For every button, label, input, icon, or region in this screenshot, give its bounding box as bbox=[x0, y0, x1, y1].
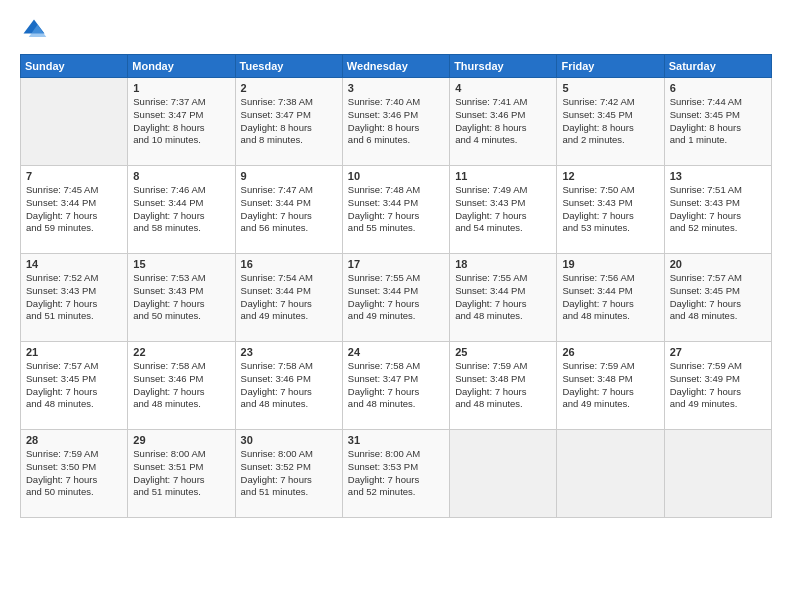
day-info: Sunrise: 7:58 AM Sunset: 3:46 PM Dayligh… bbox=[133, 360, 229, 411]
calendar-cell: 1Sunrise: 7:37 AM Sunset: 3:47 PM Daylig… bbox=[128, 78, 235, 166]
day-number: 30 bbox=[241, 434, 337, 446]
calendar-cell: 19Sunrise: 7:56 AM Sunset: 3:44 PM Dayli… bbox=[557, 254, 664, 342]
calendar-cell: 16Sunrise: 7:54 AM Sunset: 3:44 PM Dayli… bbox=[235, 254, 342, 342]
calendar-cell: 20Sunrise: 7:57 AM Sunset: 3:45 PM Dayli… bbox=[664, 254, 771, 342]
day-info: Sunrise: 7:59 AM Sunset: 3:48 PM Dayligh… bbox=[562, 360, 658, 411]
calendar-cell: 3Sunrise: 7:40 AM Sunset: 3:46 PM Daylig… bbox=[342, 78, 449, 166]
calendar-cell: 24Sunrise: 7:58 AM Sunset: 3:47 PM Dayli… bbox=[342, 342, 449, 430]
day-number: 26 bbox=[562, 346, 658, 358]
calendar-cell: 21Sunrise: 7:57 AM Sunset: 3:45 PM Dayli… bbox=[21, 342, 128, 430]
calendar-cell: 17Sunrise: 7:55 AM Sunset: 3:44 PM Dayli… bbox=[342, 254, 449, 342]
day-number: 22 bbox=[133, 346, 229, 358]
day-number: 11 bbox=[455, 170, 551, 182]
page: SundayMondayTuesdayWednesdayThursdayFrid… bbox=[0, 0, 792, 612]
day-info: Sunrise: 7:57 AM Sunset: 3:45 PM Dayligh… bbox=[670, 272, 766, 323]
day-info: Sunrise: 7:54 AM Sunset: 3:44 PM Dayligh… bbox=[241, 272, 337, 323]
day-number: 9 bbox=[241, 170, 337, 182]
calendar-cell: 28Sunrise: 7:59 AM Sunset: 3:50 PM Dayli… bbox=[21, 430, 128, 518]
day-info: Sunrise: 8:00 AM Sunset: 3:51 PM Dayligh… bbox=[133, 448, 229, 499]
calendar-cell: 23Sunrise: 7:58 AM Sunset: 3:46 PM Dayli… bbox=[235, 342, 342, 430]
weekday-header-thursday: Thursday bbox=[450, 55, 557, 78]
day-number: 13 bbox=[670, 170, 766, 182]
calendar-cell: 8Sunrise: 7:46 AM Sunset: 3:44 PM Daylig… bbox=[128, 166, 235, 254]
calendar-cell bbox=[21, 78, 128, 166]
day-info: Sunrise: 7:46 AM Sunset: 3:44 PM Dayligh… bbox=[133, 184, 229, 235]
day-number: 27 bbox=[670, 346, 766, 358]
day-info: Sunrise: 7:37 AM Sunset: 3:47 PM Dayligh… bbox=[133, 96, 229, 147]
day-number: 14 bbox=[26, 258, 122, 270]
weekday-header-saturday: Saturday bbox=[664, 55, 771, 78]
day-info: Sunrise: 7:53 AM Sunset: 3:43 PM Dayligh… bbox=[133, 272, 229, 323]
day-info: Sunrise: 7:59 AM Sunset: 3:48 PM Dayligh… bbox=[455, 360, 551, 411]
day-info: Sunrise: 7:48 AM Sunset: 3:44 PM Dayligh… bbox=[348, 184, 444, 235]
day-info: Sunrise: 8:00 AM Sunset: 3:52 PM Dayligh… bbox=[241, 448, 337, 499]
day-number: 31 bbox=[348, 434, 444, 446]
day-number: 21 bbox=[26, 346, 122, 358]
day-info: Sunrise: 7:52 AM Sunset: 3:43 PM Dayligh… bbox=[26, 272, 122, 323]
day-info: Sunrise: 7:56 AM Sunset: 3:44 PM Dayligh… bbox=[562, 272, 658, 323]
day-info: Sunrise: 7:59 AM Sunset: 3:49 PM Dayligh… bbox=[670, 360, 766, 411]
calendar-cell: 15Sunrise: 7:53 AM Sunset: 3:43 PM Dayli… bbox=[128, 254, 235, 342]
day-info: Sunrise: 7:58 AM Sunset: 3:46 PM Dayligh… bbox=[241, 360, 337, 411]
calendar-cell: 4Sunrise: 7:41 AM Sunset: 3:46 PM Daylig… bbox=[450, 78, 557, 166]
day-number: 16 bbox=[241, 258, 337, 270]
day-number: 2 bbox=[241, 82, 337, 94]
day-info: Sunrise: 7:55 AM Sunset: 3:44 PM Dayligh… bbox=[455, 272, 551, 323]
calendar-cell: 27Sunrise: 7:59 AM Sunset: 3:49 PM Dayli… bbox=[664, 342, 771, 430]
day-number: 10 bbox=[348, 170, 444, 182]
day-number: 19 bbox=[562, 258, 658, 270]
calendar-cell: 26Sunrise: 7:59 AM Sunset: 3:48 PM Dayli… bbox=[557, 342, 664, 430]
day-number: 6 bbox=[670, 82, 766, 94]
calendar-cell: 25Sunrise: 7:59 AM Sunset: 3:48 PM Dayli… bbox=[450, 342, 557, 430]
day-number: 24 bbox=[348, 346, 444, 358]
day-number: 20 bbox=[670, 258, 766, 270]
day-info: Sunrise: 7:59 AM Sunset: 3:50 PM Dayligh… bbox=[26, 448, 122, 499]
calendar-cell: 12Sunrise: 7:50 AM Sunset: 3:43 PM Dayli… bbox=[557, 166, 664, 254]
calendar-cell: 22Sunrise: 7:58 AM Sunset: 3:46 PM Dayli… bbox=[128, 342, 235, 430]
day-info: Sunrise: 7:44 AM Sunset: 3:45 PM Dayligh… bbox=[670, 96, 766, 147]
day-info: Sunrise: 7:38 AM Sunset: 3:47 PM Dayligh… bbox=[241, 96, 337, 147]
header bbox=[20, 16, 772, 44]
day-info: Sunrise: 7:57 AM Sunset: 3:45 PM Dayligh… bbox=[26, 360, 122, 411]
day-info: Sunrise: 7:42 AM Sunset: 3:45 PM Dayligh… bbox=[562, 96, 658, 147]
week-row-1: 7Sunrise: 7:45 AM Sunset: 3:44 PM Daylig… bbox=[21, 166, 772, 254]
calendar-cell: 9Sunrise: 7:47 AM Sunset: 3:44 PM Daylig… bbox=[235, 166, 342, 254]
day-number: 28 bbox=[26, 434, 122, 446]
day-number: 17 bbox=[348, 258, 444, 270]
day-number: 5 bbox=[562, 82, 658, 94]
calendar-cell: 11Sunrise: 7:49 AM Sunset: 3:43 PM Dayli… bbox=[450, 166, 557, 254]
calendar-cell: 13Sunrise: 7:51 AM Sunset: 3:43 PM Dayli… bbox=[664, 166, 771, 254]
calendar-cell: 10Sunrise: 7:48 AM Sunset: 3:44 PM Dayli… bbox=[342, 166, 449, 254]
week-row-0: 1Sunrise: 7:37 AM Sunset: 3:47 PM Daylig… bbox=[21, 78, 772, 166]
weekday-header-wednesday: Wednesday bbox=[342, 55, 449, 78]
day-info: Sunrise: 7:41 AM Sunset: 3:46 PM Dayligh… bbox=[455, 96, 551, 147]
day-info: Sunrise: 7:47 AM Sunset: 3:44 PM Dayligh… bbox=[241, 184, 337, 235]
day-number: 18 bbox=[455, 258, 551, 270]
day-info: Sunrise: 7:50 AM Sunset: 3:43 PM Dayligh… bbox=[562, 184, 658, 235]
calendar-cell: 2Sunrise: 7:38 AM Sunset: 3:47 PM Daylig… bbox=[235, 78, 342, 166]
week-row-2: 14Sunrise: 7:52 AM Sunset: 3:43 PM Dayli… bbox=[21, 254, 772, 342]
day-info: Sunrise: 7:58 AM Sunset: 3:47 PM Dayligh… bbox=[348, 360, 444, 411]
day-info: Sunrise: 7:45 AM Sunset: 3:44 PM Dayligh… bbox=[26, 184, 122, 235]
calendar-table: SundayMondayTuesdayWednesdayThursdayFrid… bbox=[20, 54, 772, 518]
weekday-header-monday: Monday bbox=[128, 55, 235, 78]
weekday-header-tuesday: Tuesday bbox=[235, 55, 342, 78]
calendar-cell: 30Sunrise: 8:00 AM Sunset: 3:52 PM Dayli… bbox=[235, 430, 342, 518]
day-number: 29 bbox=[133, 434, 229, 446]
weekday-header-sunday: Sunday bbox=[21, 55, 128, 78]
week-row-4: 28Sunrise: 7:59 AM Sunset: 3:50 PM Dayli… bbox=[21, 430, 772, 518]
week-row-3: 21Sunrise: 7:57 AM Sunset: 3:45 PM Dayli… bbox=[21, 342, 772, 430]
day-number: 4 bbox=[455, 82, 551, 94]
day-number: 23 bbox=[241, 346, 337, 358]
day-number: 8 bbox=[133, 170, 229, 182]
day-number: 15 bbox=[133, 258, 229, 270]
calendar-cell bbox=[557, 430, 664, 518]
calendar-cell bbox=[664, 430, 771, 518]
calendar-cell: 14Sunrise: 7:52 AM Sunset: 3:43 PM Dayli… bbox=[21, 254, 128, 342]
weekday-header-row: SundayMondayTuesdayWednesdayThursdayFrid… bbox=[21, 55, 772, 78]
weekday-header-friday: Friday bbox=[557, 55, 664, 78]
logo-icon bbox=[20, 16, 48, 44]
calendar-cell: 6Sunrise: 7:44 AM Sunset: 3:45 PM Daylig… bbox=[664, 78, 771, 166]
calendar-cell: 7Sunrise: 7:45 AM Sunset: 3:44 PM Daylig… bbox=[21, 166, 128, 254]
logo bbox=[20, 16, 52, 44]
